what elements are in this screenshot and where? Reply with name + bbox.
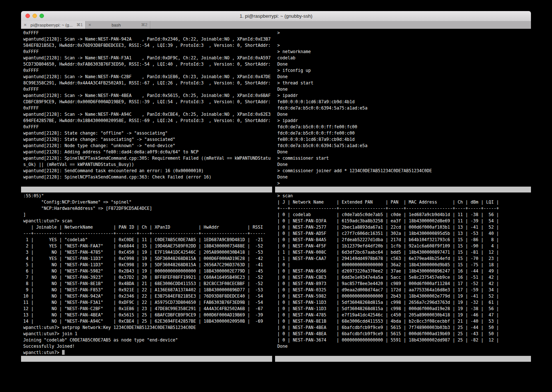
tab-bar-filler: [150, 21, 531, 29]
terminal-line: ]: [23, 212, 272, 218]
terminal-line: wpanctl:utun7> join 1: [23, 331, 272, 337]
terminal-line: Done: [277, 149, 531, 155]
terminal-line: | 0 | NEST-PAN-5982 | 0000000000000000 |…: [277, 293, 531, 299]
terminal-line: > commissioner start: [277, 155, 531, 162]
pane-ftd-joiner[interactable]: > scan| J | Network Name | Extended PAN …: [277, 193, 531, 356]
terminal-line: | 0 | NEST-PAN-8973 | 9ac857f8ee3e4420 |…: [277, 281, 531, 287]
close-tab-icon[interactable]: ✕: [24, 23, 27, 27]
terminal-line: wpantund[2128]: Scan -> Name:NEST-PAN-F3…: [23, 55, 272, 61]
tab-shortcut: ⌘1: [76, 22, 83, 27]
terminal-line: wpantund[2128]: State change: "offline" …: [23, 130, 272, 136]
terminal-line: wpantund[2128]: SendCommand task encount…: [23, 168, 272, 174]
terminal-line: 0xFFFF: [23, 49, 272, 55]
terminal-line: 584EFB21B5E3, HwAddr:0x76D93D8F8DEDCEE3,…: [23, 42, 272, 49]
terminal-line: s_Ok) || (mRetVal == kWPANTUNDStatus_Bus…: [23, 162, 272, 168]
terminal-line: fdc0:de7a:b5c0:0:0:ff:fe00:fc00: [277, 124, 531, 130]
terminal-line: fdc0:de7a:b5c0:0:6394:5a75:a1ad:e5a: [277, 105, 531, 111]
terminal-line: 8 | NO | "NEST-PAN-8E1B" | 0x4BDA | 21 |…: [23, 281, 272, 287]
pane-ftd-commissioner[interactable]: > >> networknamecodelabDone> ifconfig up…: [277, 30, 531, 187]
pane-status-ncp-joiner: 1 NCP Joiner: [21, 356, 272, 362]
terminal-line: | 0 | NEST-PAN-0325 | d9eaa2d008d74ac7 |…: [277, 287, 531, 293]
terminal-line: Done: [277, 162, 531, 168]
terminal-line: Joining "codelab" C0DE7AB5C0DE7AB5 as no…: [23, 337, 272, 343]
terminal-line: 11 | NO | "NEST-PAN-F3A1" | 0xDF9C | 22 …: [23, 299, 272, 306]
pane-status-ftd-commissioner: 3 FTD Commissioner: [275, 187, 531, 192]
terminal-line: wpantund[2128]: State change: "associati…: [23, 136, 272, 143]
terminal-line: | 1 | NEST-PAN-CAA7 | 294149dd4978b678 |…: [277, 256, 531, 262]
terminal-line: 0xFFFF: [23, 30, 272, 36]
terminal-line: | 0 | | 0000000000000000 | 36a2 | 18b430…: [277, 262, 531, 268]
terminal-line: Successfully Joined!: [23, 343, 272, 350]
terminal-line: [277, 36, 531, 42]
terminal-line: >: [277, 30, 531, 36]
terminal-line: > ipaddr: [277, 118, 531, 124]
terminal-line: > ipaddr: [277, 93, 531, 99]
ftd-joiner-lines: > scan| J | Network Name | Extended PAN …: [277, 193, 531, 350]
terminal-line: | 0 | NEST-PAN-B4A5 | 2fdeab52227d1dba |…: [277, 237, 531, 243]
terminal-line: 1 | YES | "codelab" | 0xC0DE | 11 | C0DE…: [23, 237, 272, 243]
terminal-line: fe80:0:0:0:1cd6:87a9:cb9d:4b1d: [277, 99, 531, 105]
terminal-line: 9 | NO | "NEST-PAN-F853" | 0x921E | 22 |…: [23, 287, 272, 293]
terminal-line: | 0 | NEST-PAN-4785 | e7f19a41dc42546c |…: [277, 312, 531, 318]
terminal-line: | 0 | NEST-PAN-D3FA | 6159adc3ba8b3258 |…: [277, 218, 531, 224]
terminal-line: 694FE42857BE, HwAddr:0x18B430000020958E,…: [23, 118, 272, 124]
terminal-line: | 0 | NEST-PAN-CBE3 | 6dd3e1e9347e4a5a |…: [277, 274, 531, 281]
pane-status-wpantund: 0 wpantund: [21, 187, 272, 192]
tab-bash[interactable]: ✕ bash ⌘2: [86, 21, 150, 29]
ncp-joiner-lines: :55:05)" "Config:NCP:DriverName" => "spi…: [23, 193, 272, 350]
pane-ncp-joiner[interactable]: :55:05)" "Config:NCP:DriverName" => "spi…: [23, 193, 272, 356]
terminal-line: 2 | YES | "NEST-PAN-FAA7" | 0x6844 | 15 …: [23, 243, 272, 249]
terminal-line: Done: [277, 174, 531, 180]
terminal-line: 6 | NO | "NEST-PAN-5982" | 0x2B43 | 19 |…: [23, 268, 272, 274]
terminal-line: Done: [277, 343, 531, 350]
terminal-line: | 0 | NEST-PAN-AD5F | c27f7c606dc16351 |…: [277, 230, 531, 237]
terminal-line: > commissioner joiner add * 1234C0DE7AB5…: [277, 168, 531, 174]
terminal-line: 0xFFFF: [23, 124, 272, 130]
terminal-line: wpantund[2128]: SpinelNCPTaskSendCommand…: [23, 155, 272, 162]
terminal-line: | 1 | NEST-PAN-008C | 6d3df2bc67aabc64 |…: [277, 249, 531, 256]
tab-ssh-session[interactable]: ✕ pi@raspberrypi: ~ (g... ⌘1: [21, 21, 86, 29]
terminal-line: > ifconfig up: [277, 67, 531, 74]
terminal-line: wpantund[2128]: Adding address "fe80::da…: [23, 149, 272, 155]
terminal-line: | 0 | NEST-PAN-11D3 | 5df36048268d815a |…: [277, 299, 531, 306]
tab-shortcut: ⌘2: [141, 22, 147, 27]
terminal-line: >: [277, 180, 531, 187]
terminal-line: 13 | NO | "NEST-PAN-4BEA" | 0x5615 | 25 …: [23, 312, 272, 318]
pane-wpantund[interactable]: 0xFFFFwpantund[2128]: Scan -> Name:NEST-…: [23, 30, 272, 187]
terminal-line: 7 | NO | "NEST-PAN-3923" | 0x37D2 | 20 |…: [23, 274, 272, 281]
terminal-line: fdc0:de7a:b5c0:0:6394:5a75:a1ad:e5a: [277, 143, 531, 149]
tab-label: bash: [93, 23, 139, 27]
terminal-line: | 0 | NEST-PAN-11D3 | 5df36048268d815a |…: [277, 306, 531, 312]
terminal-line: | Joinable | NetworkName | PAN ID | Ch |…: [23, 224, 272, 230]
prompt-line: wpanctl:utun7>: [23, 350, 272, 356]
pane-status-ftd-joiner: 4 FTD Joiner: [275, 356, 531, 362]
terminal-line: codelab: [277, 55, 531, 61]
terminal-line: "NCP:HardwareAddress" => [F872DF9CD5AE4D…: [23, 205, 272, 212]
wpantund-log-lines: 0xFFFFwpantund[2128]: Scan -> Name:NEST-…: [23, 30, 272, 180]
terminal-line: Done: [277, 86, 531, 93]
terminal-line: > networkname: [277, 49, 531, 55]
terminal-line: Done: [277, 74, 531, 80]
terminal-line: wpantund[2128]: Scan -> Name:NEST-PAN-C2…: [23, 74, 272, 80]
terminal-line: > thread start: [277, 80, 531, 86]
ftd-commissioner-lines: > >> networknamecodelabDone> ifconfig up…: [277, 30, 531, 187]
terminal-line: | 0 | NEST-PAN-8E1B | 68e3006cdd411553 |…: [277, 318, 531, 325]
terminal-line: 0xFFFF: [23, 86, 272, 93]
terminal-line: 4 | YES | "NEST-PAN-11D3" | 0xC998 | 19 …: [23, 256, 272, 262]
window-titlebar[interactable]: 1. pi@raspberrypi: ~ (gnubby-ssh): [21, 11, 531, 21]
close-tab-icon[interactable]: ✕: [88, 23, 91, 27]
terminal-line: 8C99E358C291, HwAddr:0x4A4A3C4FB2502A91,…: [23, 80, 272, 86]
terminal-line: >: [277, 42, 531, 49]
terminal-line: CDBFCB9F9CE9, HwAddr:0x000D6F000AD19BE9,…: [23, 99, 272, 105]
terminal-line: 12 | NO | "NEST-PAN-C2BF" | 0x1E86 | 23 …: [23, 306, 272, 312]
terminal-line: | 0 | codelab | c0de7ab5c0de7ab5 | c0de …: [277, 212, 531, 218]
tab-bar: ✕ pi@raspberrypi: ~ (g... ⌘1 ✕ bash ⌘2: [21, 21, 531, 29]
terminal-line: | 0 | NEST-PAN-3674 | 0000000000000000 |…: [277, 337, 531, 343]
wpanctl-prompt: wpanctl:utun7>: [23, 350, 62, 355]
terminal-line: 0xFFFF: [23, 105, 272, 111]
terminal-line: wpanctl:utun7> setprop Network:Key 1234C…: [23, 325, 272, 331]
terminal-line: | 0 | NEST-PAN-4BEA | 6bafcdbfcb9f9ce9 |…: [277, 331, 531, 337]
terminal-line: :55:05)": [23, 193, 272, 199]
terminal-line: | 0 | NEST-PAN-6566 | d26973220a370ee2 |…: [277, 268, 531, 274]
terminal-line: Done: [277, 111, 531, 118]
